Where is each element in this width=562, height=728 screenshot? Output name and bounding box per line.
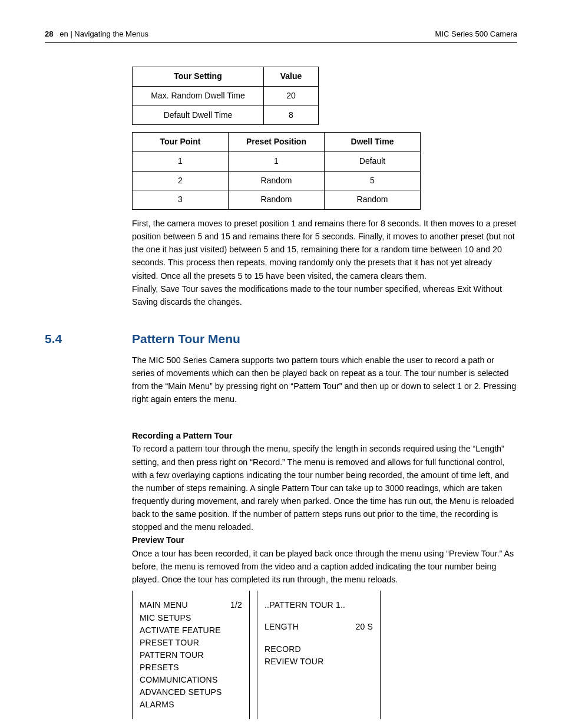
page-number: 28: [45, 29, 53, 38]
menu-item: PATTERN TOUR: [140, 649, 242, 661]
col-header: Tour Point: [133, 133, 229, 152]
menu-item: ACTIVATE FEATURE: [140, 624, 242, 637]
header-left: 28 en | Navigating the Menus: [45, 28, 148, 40]
col-header: Dwell Time: [325, 133, 421, 152]
section-number: 5.4: [45, 330, 132, 349]
table-row: Default Dwell Time 8: [133, 106, 319, 125]
tour-setting-table: Tour Setting Value Max. Random Dwell Tim…: [132, 67, 319, 125]
subheading: Preview Tour: [132, 533, 517, 546]
col-header: Preset Position: [229, 133, 325, 152]
menu-page-indicator: 1/2: [230, 599, 242, 612]
col-header: Value: [264, 67, 319, 87]
menu-item: PRESETS: [140, 661, 242, 674]
menu-title: ..PATTERN TOUR 1..: [265, 599, 373, 611]
tour-point-table: Tour Point Preset Position Dwell Time 1 …: [132, 132, 421, 210]
breadcrumb: en | Navigating the Menus: [59, 29, 148, 38]
section-title: Pattern Tour Menu: [132, 330, 240, 349]
subheading: Recording a Pattern Tour: [132, 429, 517, 442]
menu-screenshots: MAIN MENU 1/2 MIC SETUPS ACTIVATE FEATUR…: [132, 591, 517, 719]
body-paragraph: Finally, Save Tour saves the modificatio…: [132, 282, 517, 308]
menu-item: COMMUNICATIONS: [140, 674, 242, 686]
menu-item: MIC SETUPS: [140, 612, 242, 624]
table-row: 2 Random 5: [133, 171, 421, 190]
body-paragraph: First, the camera moves to preset positi…: [132, 217, 517, 282]
body-paragraph: Once a tour has been recorded, it can be…: [132, 547, 517, 586]
length-label: LENGTH: [265, 621, 299, 634]
body-paragraph: The MIC 500 Series Camera supports two p…: [132, 354, 517, 406]
table-row: 3 Random Random: [133, 190, 421, 210]
pattern-tour-menu-box: ..PATTERN TOUR 1.. LENGTH 20 S RECORD RE…: [257, 591, 381, 719]
menu-item: PRESET TOUR: [140, 637, 242, 649]
menu-item: ADVANCED SETUPS: [140, 686, 242, 699]
col-header: Tour Setting: [133, 67, 264, 87]
table-row: 1 1 Default: [133, 151, 421, 171]
length-value: 20 S: [355, 621, 373, 634]
menu-item: ALARMS: [140, 699, 242, 711]
header-product: MIC Series 500 Camera: [435, 28, 517, 40]
table-row: Max. Random Dwell Time 20: [133, 86, 319, 106]
menu-item: REVIEW TOUR: [265, 655, 373, 668]
body-paragraph: To record a pattern tour through the men…: [132, 442, 517, 533]
table-row: Tour Point Preset Position Dwell Time: [133, 133, 421, 152]
main-menu-box: MAIN MENU 1/2 MIC SETUPS ACTIVATE FEATUR…: [132, 591, 250, 719]
table-row: Tour Setting Value: [133, 67, 319, 87]
section-heading: 5.4 Pattern Tour Menu: [45, 330, 517, 349]
menu-title: MAIN MENU: [140, 599, 188, 612]
menu-item: RECORD: [265, 643, 373, 655]
page-header: 28 en | Navigating the Menus MIC Series …: [45, 28, 517, 43]
